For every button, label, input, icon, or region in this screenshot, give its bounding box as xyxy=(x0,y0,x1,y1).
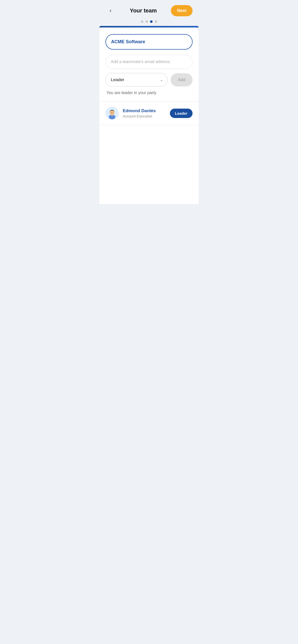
leader-notice: You are leader in your party xyxy=(105,91,193,95)
role-select-wrapper: Leader Member Viewer ⌄ xyxy=(105,73,168,86)
role-select[interactable]: Leader Member Viewer xyxy=(105,73,168,86)
dot-4 xyxy=(155,20,157,23)
member-info: Edmond Dantès Account Executive xyxy=(123,108,166,118)
pagination-dots xyxy=(99,20,199,26)
dot-3 xyxy=(150,20,153,23)
divider-bottom xyxy=(99,125,199,125)
header: ‹ Your team Next xyxy=(99,0,199,20)
main-card: Leader Member Viewer ⌄ Add You are leade… xyxy=(99,26,199,204)
member-name: Edmond Dantès xyxy=(123,108,166,113)
page-title: Your team xyxy=(116,7,171,14)
svg-point-3 xyxy=(110,110,114,115)
dot-1 xyxy=(141,20,143,23)
role-row: Leader Member Viewer ⌄ Add xyxy=(105,73,193,86)
next-button[interactable]: Next xyxy=(171,5,193,16)
svg-point-4 xyxy=(111,112,111,113)
avatar xyxy=(105,107,119,120)
table-row: Edmond Dantès Account Executive Leader xyxy=(105,101,193,125)
dot-2 xyxy=(145,20,148,23)
leader-badge: Leader xyxy=(170,109,193,118)
back-button[interactable]: ‹ xyxy=(105,6,116,16)
svg-point-5 xyxy=(113,112,113,113)
team-name-input[interactable] xyxy=(105,34,193,50)
add-button[interactable]: Add xyxy=(171,73,193,86)
email-input[interactable] xyxy=(105,55,193,69)
member-title: Account Executive xyxy=(123,114,166,118)
